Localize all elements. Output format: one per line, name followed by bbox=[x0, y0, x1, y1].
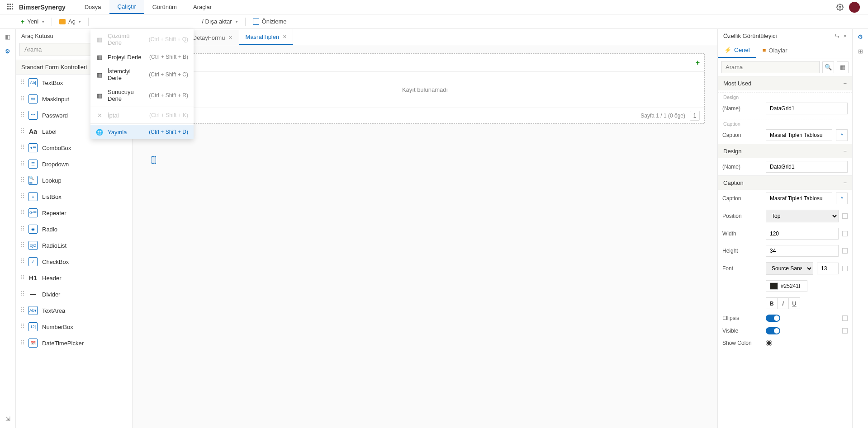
toolbox-item-radio[interactable]: ◉Radio bbox=[16, 221, 132, 237]
toolbox-item-repeater[interactable]: ⟳☰Repeater bbox=[16, 205, 132, 221]
datetimepicker-icon: 📅 bbox=[28, 339, 38, 348]
drag-handle-icon bbox=[21, 112, 24, 118]
group-design[interactable]: Design − bbox=[718, 144, 852, 158]
toolbox-item-datetimepicker[interactable]: 📅DateTimePicker bbox=[16, 335, 132, 351]
select-position[interactable]: Top bbox=[766, 210, 839, 222]
radio-icon: ◉ bbox=[28, 225, 38, 234]
collapse-icon[interactable]: − bbox=[843, 179, 847, 186]
toolbox-item-dropdown[interactable]: ☰Dropdown bbox=[16, 156, 132, 172]
toolbox-item-header[interactable]: H1Header bbox=[16, 270, 132, 286]
pin-box[interactable] bbox=[842, 328, 848, 334]
rail-tree-icon[interactable]: ◧ bbox=[4, 33, 12, 41]
build-solution-item: ▥ Çözümü Derle (Ctrl + Shift + Q) bbox=[90, 29, 194, 50]
radio-showcolon[interactable] bbox=[766, 340, 772, 346]
select-font[interactable]: Source Sans… bbox=[766, 262, 813, 275]
rail-props-icon[interactable]: ⚙ bbox=[856, 33, 864, 41]
build-client-item[interactable]: ▥ İstemciyi Derle (Ctrl + Shift + C) bbox=[90, 64, 194, 85]
rail-tree-icon[interactable]: ⊞ bbox=[856, 47, 864, 55]
localize-icon[interactable]: ᴬ bbox=[836, 129, 848, 141]
toggle-visible[interactable] bbox=[766, 327, 780, 334]
preview-button[interactable]: Önizleme bbox=[249, 16, 290, 27]
toolbox-item-radiolist[interactable]: xyzRadioList bbox=[16, 237, 132, 254]
properties-panel: Özellik Görüntüleyici ⇆ × ⚡ Genel ≡ Olay… bbox=[717, 29, 852, 428]
folder-icon bbox=[59, 19, 66, 24]
build-project-item[interactable]: ▥ Projeyi Derle (Ctrl + Shift + B) bbox=[90, 50, 194, 64]
export-button[interactable]: / Dışa aktar ▾ bbox=[198, 16, 241, 27]
props-tab-events[interactable]: ≡ Olaylar bbox=[756, 43, 794, 58]
group-caption[interactable]: Caption − bbox=[718, 175, 852, 190]
input-name-2[interactable] bbox=[766, 161, 848, 173]
menu-view[interactable]: Görünüm bbox=[144, 0, 185, 14]
header-icon: H1 bbox=[28, 273, 38, 282]
menu-file[interactable]: Dosya bbox=[76, 0, 109, 14]
build-server-item[interactable]: ▥ Sunucuyu Derle (Ctrl + Shift + R) bbox=[90, 85, 194, 106]
textarea-icon: Ab▾ bbox=[28, 306, 38, 315]
bold-button[interactable]: B bbox=[766, 297, 778, 309]
props-search-input[interactable] bbox=[721, 61, 820, 73]
drag-handle-icon bbox=[21, 259, 24, 265]
toolbox-item-numberbox[interactable]: 12|NumberBox bbox=[16, 319, 132, 335]
toolbox-item-textarea[interactable]: Ab▾TextArea bbox=[16, 302, 132, 319]
input-name[interactable] bbox=[766, 103, 848, 114]
collapse-icon[interactable]: − bbox=[843, 148, 847, 155]
right-rail: ⚙ ⊞ bbox=[852, 29, 868, 428]
layout-icon[interactable]: ▦ bbox=[837, 61, 849, 73]
localize-icon[interactable]: ᴬ bbox=[836, 193, 848, 204]
menu-tools[interactable]: Araçlar bbox=[185, 0, 220, 14]
pager-page[interactable]: 1 bbox=[690, 111, 700, 121]
search-icon[interactable]: 🔍 bbox=[822, 61, 834, 73]
toggle-ellipsis[interactable] bbox=[766, 315, 780, 322]
rail-settings-icon[interactable]: ⚙ bbox=[4, 47, 12, 55]
rail-export-icon[interactable]: ⇲ bbox=[4, 414, 12, 423]
toolbox-item-divider[interactable]: —Divider bbox=[16, 286, 132, 302]
publish-item[interactable]: 🌐 Yayınla (Ctrl + Shift + D) bbox=[90, 125, 194, 139]
chevron-down-icon: ▾ bbox=[42, 19, 44, 24]
toolbox-item-listbox[interactable]: ≡ListBox bbox=[16, 188, 132, 205]
selection-handle[interactable] bbox=[152, 156, 156, 164]
collapse-icon[interactable]: − bbox=[843, 80, 847, 87]
close-icon[interactable]: × bbox=[228, 34, 232, 41]
underline-button[interactable]: U bbox=[788, 297, 800, 309]
input-width[interactable] bbox=[766, 228, 839, 240]
input-fontsize[interactable] bbox=[817, 263, 839, 274]
settings-icon[interactable] bbox=[836, 4, 844, 11]
new-button[interactable]: + Yeni ▾ bbox=[17, 16, 48, 27]
plus-icon: + bbox=[21, 18, 24, 25]
input-caption[interactable] bbox=[766, 129, 832, 141]
input-height[interactable] bbox=[766, 245, 839, 257]
pin-box[interactable] bbox=[842, 248, 848, 254]
color-picker[interactable]: #25241f bbox=[766, 280, 807, 292]
label-position: Position bbox=[722, 213, 762, 219]
build-icon: ▥ bbox=[96, 71, 103, 78]
pin-icon[interactable]: ⇆ bbox=[835, 33, 840, 39]
group-mostused[interactable]: Most Used − bbox=[718, 76, 852, 90]
props-tab-general[interactable]: ⚡ Genel bbox=[718, 43, 756, 58]
design-canvas[interactable]: + Kayıt bulunamadı Sayfa 1 / 1 (0 öge) 1 bbox=[133, 45, 717, 428]
maskinput-icon: ## bbox=[28, 94, 38, 103]
menu-run[interactable]: Çalıştır bbox=[109, 0, 144, 14]
toolbox-item-lookup[interactable]: 🔍☰Lookup bbox=[16, 172, 132, 188]
toolbox-item-label: NumberBox bbox=[42, 324, 73, 330]
pin-box[interactable] bbox=[842, 231, 848, 236]
input-caption-2[interactable] bbox=[766, 193, 832, 204]
add-row-icon[interactable]: + bbox=[696, 59, 700, 67]
close-icon[interactable]: × bbox=[843, 33, 847, 39]
toolbox-item-checkbox[interactable]: ✓CheckBox bbox=[16, 254, 132, 270]
label-font: Font bbox=[722, 265, 762, 272]
top-menu-bar: BimserSynergy Dosya Çalıştır Görünüm Ara… bbox=[0, 0, 868, 14]
pin-box[interactable] bbox=[842, 315, 848, 321]
build-icon: ▥ bbox=[96, 53, 103, 61]
italic-button[interactable]: I bbox=[777, 297, 789, 309]
close-icon[interactable]: × bbox=[283, 33, 286, 40]
toolbox-item-label: Lookup bbox=[42, 177, 62, 184]
pin-box[interactable] bbox=[842, 213, 848, 219]
open-button[interactable]: Aç ▾ bbox=[56, 16, 85, 27]
app-launcher-icon[interactable] bbox=[7, 4, 14, 11]
toolbox-item-combobox[interactable]: ▾☰ComboBox bbox=[16, 140, 132, 156]
datagrid-component[interactable]: + Kayıt bulunamadı Sayfa 1 / 1 (0 öge) 1 bbox=[145, 53, 705, 124]
user-avatar[interactable] bbox=[849, 2, 860, 13]
toolbox-item-label: Radio bbox=[42, 226, 57, 233]
numberbox-icon: 12| bbox=[28, 322, 38, 331]
pin-box[interactable] bbox=[842, 266, 848, 271]
tab-form-2[interactable]: MasrafTipleri × bbox=[239, 29, 294, 45]
